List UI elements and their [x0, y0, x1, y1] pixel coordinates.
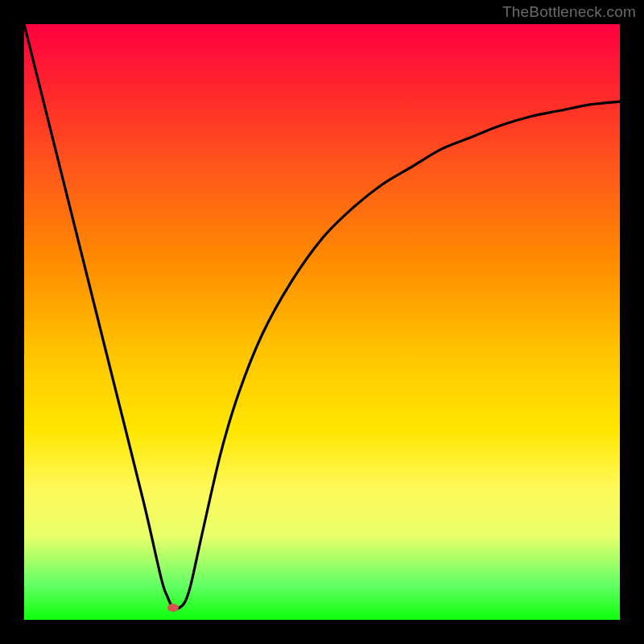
chart-frame: TheBottleneck.com	[0, 0, 644, 644]
optimal-point-marker	[167, 604, 179, 612]
plot-area	[24, 24, 620, 620]
attribution-text: TheBottleneck.com	[502, 3, 636, 21]
bottleneck-curve	[24, 24, 620, 620]
